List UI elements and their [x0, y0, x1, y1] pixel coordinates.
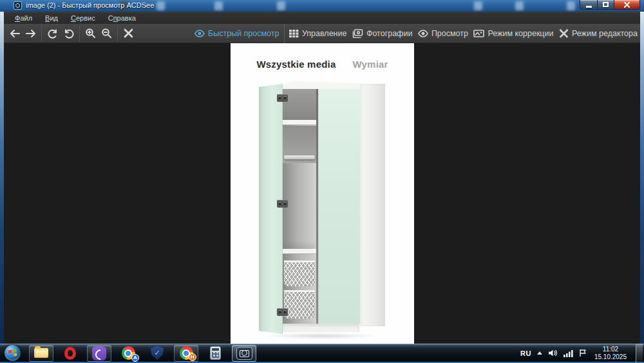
window-border-right	[640, 12, 644, 344]
rotate-left-button[interactable]	[44, 25, 61, 42]
rotate-left-icon	[48, 28, 58, 39]
desktop-blur-artifact	[214, 1, 223, 10]
taskbar-item-browser-h[interactable]: H	[174, 345, 198, 362]
tray-time: 11:02	[594, 346, 627, 353]
tab-edit-mode[interactable]: Режим редактора	[558, 24, 639, 43]
close-x-icon	[124, 28, 133, 38]
show-desktop-button[interactable]	[636, 344, 643, 363]
shield-icon	[151, 346, 164, 360]
menu-item-file[interactable]: Файл	[9, 13, 38, 23]
opera-icon	[64, 347, 76, 360]
menu-item-view[interactable]: Вид	[39, 13, 64, 23]
zoom-in-button[interactable]	[82, 25, 99, 42]
tray-date: 15.10.2025	[594, 353, 627, 361]
wardrobe-shelf	[283, 120, 316, 125]
wardrobe-wire-basket	[284, 260, 315, 286]
explorer-folder-icon	[34, 348, 48, 358]
taskbar-item-antivirus[interactable]	[145, 345, 169, 362]
tab-photos[interactable]: Фотографии	[351, 24, 413, 43]
acdsee-window-icon	[14, 1, 22, 10]
language-indicator[interactable]: RU	[520, 349, 531, 357]
browser-a-badge: A	[131, 354, 139, 362]
wardrobe-lower-shelf	[283, 249, 316, 254]
close-button[interactable]	[614, 0, 640, 10]
rotate-right-icon	[64, 28, 74, 39]
back-arrow-icon	[9, 28, 21, 39]
wardrobe-clothes-rail	[284, 155, 315, 159]
wardrobe-plinth	[283, 324, 359, 332]
wardrobe-closed-door	[318, 88, 360, 324]
maximize-button[interactable]	[598, 0, 614, 10]
acdsee-camera-icon	[236, 347, 252, 360]
wardrobe-product-image	[259, 80, 385, 337]
browser-h-badge: H	[189, 353, 196, 361]
window-controls	[580, 0, 640, 10]
wardrobe-hinge	[277, 94, 288, 102]
manage-grid-icon	[289, 29, 299, 38]
zoom-out-button[interactable]	[99, 25, 115, 42]
taskbar-item-browser-a[interactable]: A	[116, 345, 140, 362]
window-title: image (2) - Быстрый просмотр ACDSee	[26, 1, 154, 9]
desktop-blur-artifact	[277, 1, 285, 10]
start-button[interactable]	[5, 345, 21, 361]
mode-tab-bar: Быстрый просмотр Управление Фотографии П…	[193, 24, 639, 43]
taskbar-item-calculator[interactable]	[203, 345, 227, 362]
wardrobe-floor-shadow	[263, 333, 379, 339]
wardrobe-hinge	[277, 200, 288, 208]
product-page-tabs: Wszystkie media Wymiar	[231, 59, 414, 70]
menu-item-service[interactable]: Сервис	[65, 13, 101, 23]
back-button[interactable]	[6, 25, 23, 42]
taskbar-apps: A H	[29, 345, 256, 362]
tab-all-media[interactable]: Wszystkie media	[256, 59, 336, 70]
tab-develop-mode[interactable]: Режим коррекции	[472, 24, 554, 43]
wardrobe-wire-basket	[284, 290, 315, 319]
tab-manage[interactable]: Управление	[288, 24, 348, 43]
clock[interactable]: 11:02 15.10.2025	[594, 346, 627, 361]
wardrobe-side-panel	[360, 84, 385, 326]
viber-phone-icon	[92, 346, 106, 360]
taskbar-item-opera[interactable]	[58, 345, 82, 362]
forward-arrow-icon	[25, 28, 37, 39]
rotate-right-button[interactable]	[61, 25, 77, 42]
photos-icon	[352, 29, 363, 38]
desktop-screen: image (2) - Быстрый просмотр ACDSee Файл…	[0, 0, 644, 363]
edit-mode-icon	[559, 29, 569, 38]
view-eye-icon	[418, 29, 428, 38]
taskbar-item-explorer[interactable]	[29, 345, 53, 362]
zoom-out-icon	[101, 28, 112, 39]
forward-button[interactable]	[23, 25, 39, 42]
hidden-icons-chevron[interactable]	[537, 351, 542, 355]
wardrobe-hinge	[277, 308, 288, 316]
minimize-button[interactable]	[580, 0, 598, 10]
calculator-icon	[210, 346, 221, 360]
desktop-blur-artifact	[474, 1, 482, 10]
window-titlebar[interactable]: image (2) - Быстрый просмотр ACDSee	[0, 0, 644, 12]
wardrobe-top-compartment	[283, 89, 316, 120]
wardrobe-open-door	[259, 84, 283, 334]
viewer-content-area: Wszystkie media Wymiar	[4, 43, 640, 344]
desktop-blur-artifact	[567, 1, 575, 10]
close-icon	[624, 2, 630, 8]
taskbar-item-viber[interactable]	[87, 345, 111, 362]
windows-flag-icon	[8, 349, 17, 358]
tab-quick-view[interactable]: Быстрый просмотр	[193, 24, 285, 43]
menu-bar: Файл Вид Сервис Справка	[4, 12, 640, 24]
develop-mode-icon	[473, 29, 484, 38]
system-tray: RU 11:02 15.10.2025	[520, 344, 643, 363]
network-signal-icon[interactable]	[564, 349, 573, 357]
menu-item-help[interactable]: Справка	[102, 13, 142, 23]
image-panel: Wszystkie media Wymiar	[231, 43, 414, 344]
tab-view[interactable]: Просмотр	[417, 24, 469, 43]
volume-icon[interactable]	[548, 349, 558, 357]
tab-dimension[interactable]: Wymiar	[352, 59, 388, 70]
zoom-in-icon	[85, 28, 96, 39]
taskbar-item-acdsee[interactable]	[232, 345, 256, 362]
quick-view-eye-icon	[194, 29, 205, 38]
close-image-button[interactable]	[120, 25, 137, 42]
desktop-blur-artifact	[515, 1, 524, 10]
desktop-blur-artifact	[156, 1, 165, 10]
action-center-flag-icon[interactable]	[579, 349, 587, 357]
taskbar: A H RU 11:02 15.10.2025	[0, 344, 644, 363]
